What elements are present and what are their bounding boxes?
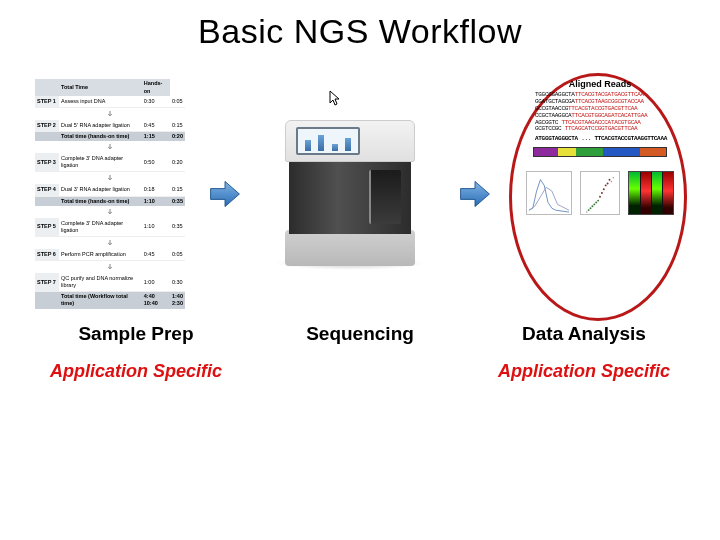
svg-point-0 — [609, 179, 611, 181]
label-sample-prep: Sample Prep — [36, 323, 236, 345]
svg-point-6 — [597, 200, 599, 202]
application-specific-row: Application Specific . Application Speci… — [0, 361, 720, 382]
table-row: STEP 1Assess input DNA0:300:05 — [35, 96, 185, 108]
svg-point-3 — [603, 188, 605, 190]
table-row: STEP 6Perform PCR amplification0:450:05 — [35, 249, 185, 261]
tag-sample-prep: Application Specific — [36, 361, 236, 382]
svg-point-12 — [613, 177, 615, 179]
svg-point-5 — [599, 196, 601, 198]
workflow-row: Total TimeHands-on STEP 1Assess input DN… — [0, 79, 720, 309]
flow-arrow-icon — [457, 176, 493, 212]
svg-point-1 — [607, 183, 609, 185]
sequencer-screen — [296, 127, 360, 155]
tag-data-analysis: Application Specific — [484, 361, 684, 382]
svg-point-11 — [588, 209, 590, 211]
analysis-thumb-scatter — [580, 171, 620, 215]
aligned-reads: TGGCGGAGGCTATTCACGTACGATGACGTTCAA GGATGC… — [535, 92, 665, 143]
cursor-icon — [329, 90, 341, 109]
analysis-thumb-gel — [628, 171, 674, 215]
table-row: STEP 5Complete 3' DNA adapter ligation1:… — [35, 218, 185, 237]
sample-prep-table: Total TimeHands-on STEP 1Assess input DN… — [35, 79, 185, 308]
label-data-analysis: Data Analysis — [484, 323, 684, 345]
label-sequencing: Sequencing — [260, 323, 460, 345]
table-row: STEP 3Complete 3' DNA adapter ligation0:… — [35, 153, 185, 172]
table-row: STEP 4Dual 3' RNA adapter ligation0:180:… — [35, 184, 185, 196]
sample-prep-column: Total TimeHands-on STEP 1Assess input DN… — [35, 79, 185, 308]
table-row: STEP 7QC purify and DNA normalize librar… — [35, 273, 185, 292]
stage-labels: Sample Prep Sequencing Data Analysis — [0, 323, 720, 345]
page-title: Basic NGS Workflow — [0, 12, 720, 51]
svg-point-9 — [591, 206, 593, 208]
reference-track — [533, 147, 667, 157]
svg-point-7 — [595, 202, 597, 204]
data-analysis-column: Aligned Reads TGGCGGAGGCTATTCACGTACGATGA… — [515, 79, 685, 309]
svg-point-13 — [611, 181, 613, 183]
svg-point-10 — [590, 207, 592, 209]
sequencer-column — [265, 114, 435, 274]
sequencer-machine — [265, 114, 435, 274]
flow-arrow-icon — [207, 176, 243, 212]
svg-point-4 — [601, 192, 603, 194]
svg-point-2 — [605, 185, 607, 187]
aligned-reads-title: Aligned Reads — [520, 79, 680, 89]
analysis-thumb-curve — [526, 171, 572, 215]
svg-point-14 — [586, 211, 588, 213]
svg-point-8 — [593, 204, 595, 206]
table-row: STEP 2Dual 5' RNA adapter ligation0:450:… — [35, 120, 185, 132]
